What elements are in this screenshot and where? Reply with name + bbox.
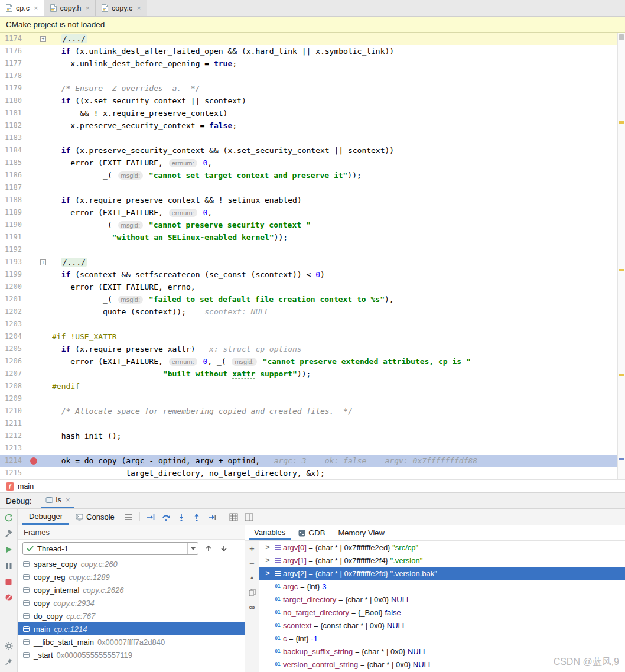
variable-row[interactable]: 01version_control_string = {char * | 0x0… [259,658,625,671]
stripe-mark[interactable] [619,269,624,271]
variable-row[interactable]: 01scontext = {const char * | 0x0} NULL [259,619,625,632]
breakpoint-gutter[interactable] [27,45,40,57]
breakpoint-gutter[interactable] [27,219,40,231]
fold-gutter[interactable] [40,306,52,318]
fold-gutter[interactable] [40,57,52,70]
line-number[interactable]: 1203 [0,318,27,330]
line-number[interactable]: 1207 [0,368,27,380]
variable-row[interactable]: 01c = {int} -1 [259,632,625,645]
frame-row[interactable]: copycopy.c:2934 [18,596,245,609]
variable-row[interactable]: 01target_directory = {char * | 0x0} NULL [259,593,625,606]
breakpoint-gutter[interactable] [27,417,40,430]
variable-row[interactable]: 01backup_suffix_string = {char * | 0x0} … [259,645,625,658]
tab-memory-view[interactable]: Memory View [333,525,390,540]
fold-gutter[interactable] [40,132,52,144]
fold-gutter[interactable] [40,107,52,119]
frame-row[interactable]: maincp.c:1214 [18,622,245,635]
breakpoint-icon[interactable] [30,457,37,465]
breakpoint-gutter[interactable] [27,343,40,355]
variable-row[interactable]: 01no_target_directory = {_Bool} false [259,606,625,619]
fold-gutter[interactable] [40,45,52,57]
expand-chevron-icon[interactable]: > [263,556,272,564]
line-number[interactable]: 1176 [0,45,27,57]
chevron-down-icon[interactable] [187,543,198,554]
frame-row[interactable]: do_copycp.c:767 [18,609,245,622]
line-number[interactable]: 1186 [0,169,27,181]
breakpoint-gutter[interactable] [27,132,40,144]
watch-return-values-button[interactable]: ∞ [248,602,257,612]
fold-gutter[interactable] [40,380,52,392]
line-number[interactable]: 1185 [0,157,27,169]
pin-button[interactable] [4,657,14,667]
fold-gutter[interactable] [40,144,52,157]
pause-button[interactable] [4,560,14,571]
breakpoint-gutter[interactable] [27,107,40,119]
breakpoint-gutter[interactable] [27,455,40,467]
variable-row[interactable]: >argv[0] = {char * | 0x7fffffffe2ed} "sr… [259,541,625,554]
line-number[interactable]: 1208 [0,380,27,392]
line-number[interactable]: 1201 [0,293,27,306]
editor-tab-copyc[interactable]: copy.c × [96,0,147,16]
expand-chevron-icon[interactable]: > [263,569,272,577]
fold-gutter[interactable] [40,455,52,467]
breakpoint-gutter[interactable] [27,169,40,181]
error-stripe-scrollbar[interactable] [617,33,625,479]
remove-watch-button[interactable]: − [248,558,257,567]
line-number[interactable]: 1174 [0,33,27,45]
view-as-table-button[interactable] [226,509,242,525]
line-number[interactable]: 1192 [0,244,27,256]
line-number[interactable]: 1181 [0,107,27,119]
fold-gutter[interactable] [40,231,52,244]
breakpoint-gutter[interactable] [27,256,40,268]
fold-gutter[interactable] [40,268,52,281]
line-number[interactable]: 1209 [0,392,27,405]
breakpoint-gutter[interactable] [27,95,40,107]
layout-settings-button[interactable] [121,509,136,525]
layout-panel-button[interactable] [242,509,257,525]
fold-gutter[interactable] [40,95,52,107]
step-out-button[interactable] [189,509,204,525]
frame-row[interactable]: __libc_start_main0x00007ffff7a2d840 [18,635,245,648]
line-number[interactable]: 1190 [0,219,27,231]
fold-gutter[interactable] [40,355,52,368]
line-number[interactable]: 1205 [0,343,27,355]
fold-gutter[interactable] [40,343,52,355]
frame-down-button[interactable] [219,544,229,553]
breakpoint-gutter[interactable] [27,82,40,95]
stop-button[interactable] [4,576,14,587]
line-number[interactable]: 1200 [0,281,27,293]
breakpoint-gutter[interactable] [27,380,40,392]
tab-gdb[interactable]: GDB [293,525,330,540]
fold-gutter[interactable] [40,281,52,293]
fold-gutter[interactable] [40,442,52,455]
stripe-mark[interactable] [619,374,624,376]
breakpoint-gutter[interactable] [27,144,40,157]
frame-up-button[interactable] [203,544,214,553]
fold-gutter[interactable] [40,206,52,219]
editor-tab-cpc[interactable]: cp.c × [0,0,44,16]
line-number[interactable]: 1187 [0,181,27,194]
breakpoint-gutter[interactable] [27,119,40,132]
breakpoint-gutter[interactable] [27,268,40,281]
fold-gutter[interactable] [40,417,52,430]
fold-gutter[interactable] [40,293,52,306]
fold-gutter[interactable] [40,194,52,206]
debug-session-tab[interactable]: ls × [41,493,74,508]
copy-value-button[interactable] [248,587,257,597]
breakpoint-gutter[interactable] [27,392,40,405]
stripe-mark[interactable] [619,458,624,460]
line-number[interactable]: 1178 [0,70,27,82]
line-number[interactable]: 1180 [0,95,27,107]
breakpoint-gutter[interactable] [27,281,40,293]
breakpoint-gutter[interactable] [27,181,40,194]
fold-gutter[interactable]: + [40,33,52,45]
line-number[interactable]: 1182 [0,119,27,132]
line-number[interactable]: 1206 [0,355,27,368]
line-number[interactable]: 1183 [0,132,27,144]
breakpoint-gutter[interactable] [27,467,40,479]
line-number[interactable]: 1189 [0,206,27,219]
variable-row[interactable]: >argv[2] = {char * | 0x7fffffffe2fd} ".v… [259,567,625,580]
fold-gutter[interactable] [40,169,52,181]
line-number[interactable]: 1214 [0,455,27,467]
breakpoint-gutter[interactable] [27,57,40,70]
